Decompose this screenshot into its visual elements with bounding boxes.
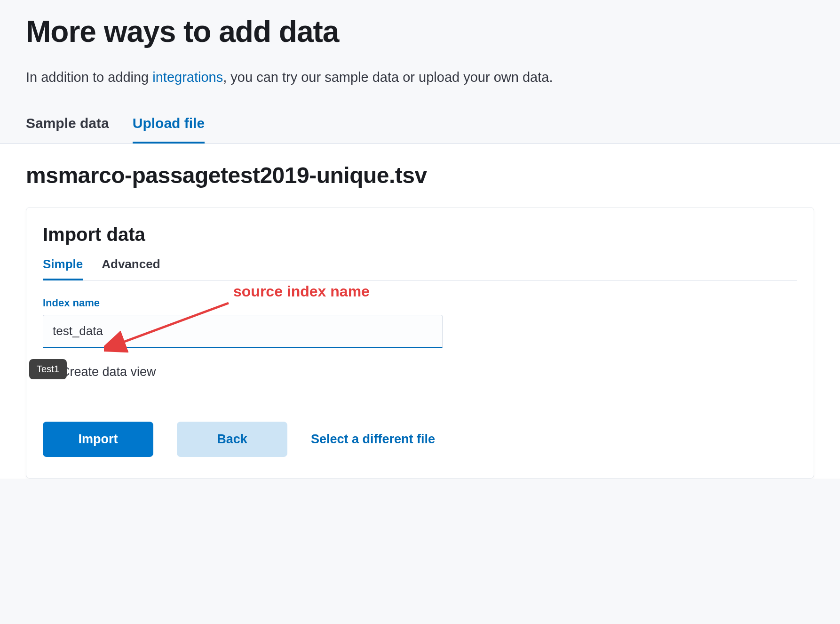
panel-title: Import data <box>43 224 797 245</box>
inner-tabs: Simple Advanced <box>43 257 797 280</box>
create-data-view-row[interactable]: Create data view <box>43 365 797 379</box>
subtitle-prefix: In addition to adding <box>26 70 152 85</box>
page-subtitle: In addition to adding integrations, you … <box>26 68 814 87</box>
autofill-tooltip: Test1 <box>29 359 67 379</box>
outer-tabs: Sample data Upload file <box>0 115 840 144</box>
import-panel: Import data Simple Advanced Index name T… <box>26 207 814 479</box>
page-title: More ways to add data <box>26 14 814 49</box>
tab-advanced[interactable]: Advanced <box>102 257 160 280</box>
select-different-file-link[interactable]: Select a different file <box>311 432 435 447</box>
button-row: Import Back Select a different file <box>43 422 797 457</box>
create-data-view-label: Create data view <box>61 365 156 379</box>
index-name-label: Index name <box>43 297 797 309</box>
uploaded-filename: msmarco-passagetest2019-unique.tsv <box>26 162 814 188</box>
tab-simple[interactable]: Simple <box>43 257 83 280</box>
tab-upload-file[interactable]: Upload file <box>133 115 205 143</box>
integrations-link[interactable]: integrations <box>152 70 223 85</box>
tab-sample-data[interactable]: Sample data <box>26 115 109 143</box>
subtitle-suffix: , you can try our sample data or upload … <box>223 70 553 85</box>
import-button[interactable]: Import <box>43 422 153 457</box>
back-button[interactable]: Back <box>177 422 287 457</box>
index-name-input[interactable] <box>43 315 443 348</box>
content-area: msmarco-passagetest2019-unique.tsv Impor… <box>0 144 840 479</box>
